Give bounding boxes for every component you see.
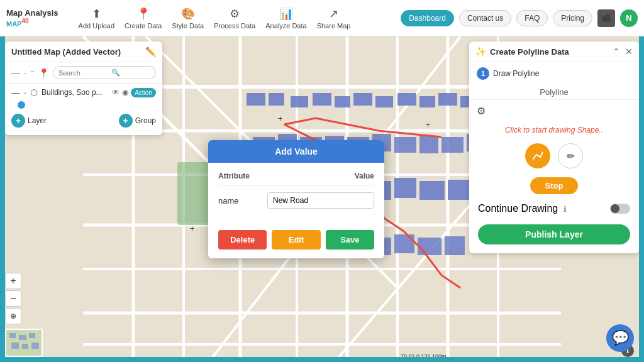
- panel-header-icons: ✏️: [145, 47, 156, 57]
- line-icon: ⁻: [30, 68, 35, 78]
- right-panel-title: Create Polyline Data: [490, 47, 609, 57]
- rp-header-icons: ⌃ ✕: [613, 47, 633, 57]
- info-icon[interactable]: ℹ: [564, 205, 567, 214]
- continue-drawing-toggle[interactable]: [610, 204, 630, 214]
- mini-map: [5, 329, 43, 357]
- zoom-out-button[interactable]: −: [5, 290, 21, 307]
- publish-layer-button[interactable]: Publish Layer: [478, 224, 630, 244]
- nav-add-upload[interactable]: ⬆ Add Upload: [79, 7, 115, 30]
- add-value-modal: Add Value Attribute Value name Delete Ed…: [208, 140, 384, 258]
- edit-button[interactable]: Edit: [272, 230, 320, 250]
- plus-circle-2: +: [119, 114, 133, 128]
- dash-icon: —: [11, 68, 20, 78]
- style-data-icon: 🎨: [181, 7, 195, 21]
- add-layer-button[interactable]: + Layer: [11, 114, 47, 128]
- compass-button[interactable]: ⊕: [5, 308, 21, 324]
- svg-text:+: +: [190, 224, 194, 233]
- modal-buttons: Delete Edit Save: [208, 225, 384, 258]
- layer-btn-label: Layer: [28, 116, 47, 125]
- main-area: + + + + 70.01 0.131 100m Untitled Map (A…: [0, 36, 644, 362]
- contact-button[interactable]: Contact us: [459, 10, 511, 26]
- process-data-icon: ⚙: [230, 7, 240, 21]
- rp-settings-row: ⚙: [469, 100, 639, 122]
- color-dot: [18, 101, 25, 109]
- brand: Map Analysis MAP40: [6, 9, 58, 28]
- action-badge[interactable]: Action: [131, 88, 156, 97]
- svg-rect-56: [445, 236, 465, 255]
- save-button[interactable]: Save: [326, 230, 374, 250]
- faq-button[interactable]: FAQ: [516, 10, 548, 26]
- panel-header: Untitled Map (Added Vector) ✏️: [5, 41, 162, 62]
- modal-column-headers: Attribute Value: [218, 172, 374, 186]
- layer-label: Buildings, Soo p...: [42, 88, 108, 97]
- add-group-button[interactable]: + Group: [119, 114, 156, 128]
- delete-button[interactable]: Delete: [218, 230, 267, 250]
- plus-circle: +: [11, 114, 25, 128]
- edit-shape-button[interactable]: ✏: [558, 143, 583, 168]
- chat-icon[interactable]: 💬: [606, 324, 634, 352]
- dashboard-button[interactable]: Dashboard: [401, 10, 454, 26]
- attribute-name-label: name: [218, 196, 262, 206]
- svg-rect-46: [394, 178, 416, 198]
- svg-rect-23: [313, 93, 331, 106]
- right-panel: ✨ Create Polyline Data ⌃ ✕ 1 Draw Polyli…: [469, 41, 639, 253]
- right-panel-header: ✨ Create Polyline Data ⌃ ✕: [469, 41, 639, 62]
- panel-footer: + Layer + Group: [5, 109, 162, 130]
- layer-dot-icon: ·: [24, 87, 26, 97]
- create-data-icon: 📍: [136, 7, 150, 21]
- svg-rect-66: [29, 333, 35, 338]
- stop-button[interactable]: Stop: [530, 177, 579, 194]
- polyline-label: Polyline: [469, 85, 639, 100]
- svg-rect-21: [269, 93, 284, 106]
- avatar[interactable]: N: [620, 9, 638, 27]
- svg-rect-64: [9, 333, 16, 338]
- value-column-header: Value: [355, 172, 374, 180]
- analyze-data-icon: 📊: [279, 7, 293, 21]
- svg-rect-27: [397, 93, 416, 106]
- continue-drawing-row: Continue Drawing ℹ: [469, 198, 639, 219]
- svg-rect-67: [11, 343, 19, 349]
- modal-body: Attribute Value name: [208, 163, 384, 225]
- svg-rect-38: [419, 136, 438, 153]
- svg-rect-29: [438, 93, 457, 106]
- svg-rect-37: [394, 137, 416, 153]
- search-input[interactable]: [58, 69, 109, 77]
- mini-map-svg: [6, 330, 43, 357]
- svg-text:+: +: [426, 121, 430, 129]
- svg-rect-69: [31, 343, 39, 349]
- pricing-button[interactable]: Pricing: [553, 10, 592, 26]
- cube-icon: ⬛: [597, 9, 615, 27]
- layer-row: — · ⬡ Buildings, Soo p... 👁 ◉ Action: [5, 84, 162, 101]
- draw-line-button[interactable]: [525, 143, 550, 168]
- nav-process-data[interactable]: ⚙ Process Data: [214, 7, 255, 30]
- brand-sub: MAP40: [6, 18, 58, 28]
- settings-icon[interactable]: ⚙: [477, 105, 486, 117]
- svg-rect-68: [22, 344, 28, 349]
- svg-rect-47: [419, 181, 445, 200]
- zoom-in-button[interactable]: +: [5, 273, 21, 289]
- draw-line-icon: [531, 150, 544, 162]
- collapse-icon[interactable]: ⌃: [613, 47, 620, 57]
- panel-toolbar: — · ⁻ 📍 🔍: [5, 62, 162, 84]
- close-icon[interactable]: ✕: [625, 47, 633, 57]
- svg-rect-22: [291, 96, 308, 107]
- value-input[interactable]: [267, 192, 374, 209]
- modal-header: Add Value: [208, 140, 384, 163]
- nav-create-data[interactable]: 📍 Create Data: [125, 7, 162, 30]
- svg-rect-65: [19, 335, 26, 340]
- nav-analyze-data[interactable]: 📊 Analyze Data: [265, 7, 306, 30]
- brand-title: Map Analysis: [6, 9, 58, 18]
- edit-icon[interactable]: ✏️: [145, 47, 156, 57]
- add-upload-icon: ⬆: [92, 7, 101, 21]
- map-area[interactable]: + + + + 70.01 0.131 100m Untitled Map (A…: [0, 36, 644, 362]
- draw-tools: ✏: [469, 138, 639, 173]
- eye-icon[interactable]: 👁: [112, 88, 119, 97]
- search-box: 🔍: [53, 66, 156, 79]
- visibility-icon[interactable]: ◉: [122, 88, 128, 97]
- nav-style-data[interactable]: 🎨 Style Data: [172, 7, 204, 30]
- nav-share-map[interactable]: ↗ Share Map: [317, 7, 351, 30]
- attribute-row: name: [218, 192, 374, 209]
- dot-icon: ·: [24, 68, 26, 78]
- continue-drawing-label: Continue Drawing: [478, 203, 558, 214]
- step-indicator: 1 Draw Polyline: [469, 62, 639, 85]
